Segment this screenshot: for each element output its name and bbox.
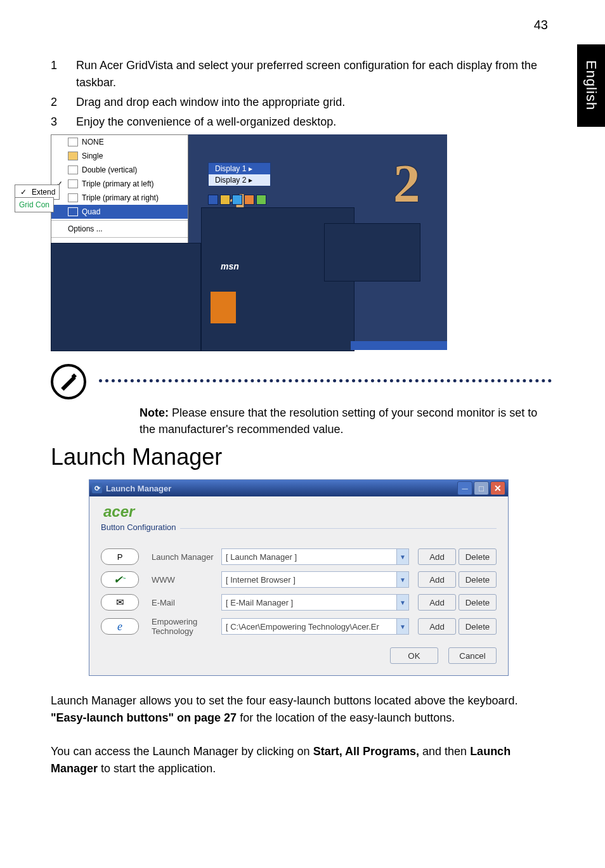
paragraph-1: Launch Manager allows you to set the fou… xyxy=(51,692,552,727)
titlebar: ⟳Launch Manager ─ □ ✕ xyxy=(89,480,508,496)
page-number: 43 xyxy=(534,18,548,32)
footer-bar xyxy=(351,341,447,350)
add-button[interactable]: Add xyxy=(418,548,456,565)
window-title: Launch Manager xyxy=(106,484,171,493)
chevron-down-icon[interactable]: ▼ xyxy=(396,549,408,564)
maximize-button[interactable]: □ xyxy=(474,481,489,495)
row-label: E-Mail xyxy=(152,598,221,607)
close-button[interactable]: ✕ xyxy=(490,481,505,495)
step-number: 3 xyxy=(51,113,76,131)
overlay-number-2: 2 xyxy=(393,152,420,214)
group-label: Button Configuration xyxy=(101,528,497,538)
dotted-divider xyxy=(99,379,552,382)
hw-key-mail: ✉ xyxy=(101,594,139,611)
step-text: Enjoy the convenience of a well-organize… xyxy=(76,113,552,131)
chevron-down-icon[interactable]: ▼ xyxy=(396,572,408,587)
menu-item-none[interactable]: NONE xyxy=(51,135,188,149)
mini-window-1 xyxy=(51,243,201,351)
system-tray xyxy=(208,195,266,205)
chevron-down-icon[interactable]: ▼ xyxy=(396,595,408,610)
steps-list: 1Run Acer GridVista and select your pref… xyxy=(51,57,552,131)
paragraph-2: You can access the Launch Manager by cli… xyxy=(51,743,552,777)
step-number: 1 xyxy=(51,57,76,91)
chevron-down-icon[interactable]: ▼ xyxy=(396,619,408,634)
section-heading: Launch Manager xyxy=(51,444,552,470)
step-text: Drag and drop each window into the appro… xyxy=(76,94,552,111)
msn-label: msn xyxy=(221,261,239,271)
display-1[interactable]: Display 1 ▸ xyxy=(209,163,270,174)
app-icon: ⟳ xyxy=(92,483,102,493)
menu-item-triple-right[interactable]: Triple (primary at right) xyxy=(51,191,188,205)
gridvista-screenshot: NONE Single Double (vertical) ✓Triple (p… xyxy=(51,134,447,350)
row-label: Launch Manager xyxy=(152,552,221,562)
step-number: 2 xyxy=(51,94,76,111)
cancel-button[interactable]: Cancel xyxy=(448,647,497,664)
config-row: e Empowering Technology [ C:\Acer\Empowe… xyxy=(101,617,497,636)
note-text: Note: Please ensure that the resolution … xyxy=(140,405,552,437)
add-button[interactable]: Add xyxy=(418,594,456,611)
delete-button[interactable]: Delete xyxy=(459,594,497,611)
row-label: WWW xyxy=(152,575,221,585)
step-text: Run Acer GridVista and select your prefe… xyxy=(76,57,552,91)
add-button[interactable]: Add xyxy=(418,571,456,588)
menu-item-double[interactable]: Double (vertical) xyxy=(51,163,188,177)
program-select[interactable]: [ C:\Acer\Empowering Technology\Acer.Er▼ xyxy=(221,618,409,635)
language-tab: English xyxy=(577,44,605,127)
delete-button[interactable]: Delete xyxy=(459,548,497,565)
delete-button[interactable]: Delete xyxy=(459,571,497,588)
menu-item-triple-left[interactable]: ✓Triple (primary at left) xyxy=(51,177,188,191)
row-label: Empowering Technology xyxy=(152,617,221,636)
menu-item-options[interactable]: Options ... xyxy=(51,222,188,236)
add-button[interactable]: Add xyxy=(418,618,456,635)
note-icon xyxy=(51,364,86,399)
launch-manager-window: ⟳Launch Manager ─ □ ✕ acer Button Config… xyxy=(89,479,509,676)
delete-button[interactable]: Delete xyxy=(459,618,497,635)
minimize-button[interactable]: ─ xyxy=(457,481,472,495)
config-row: P Launch Manager [ Launch Manager ]▼ Add… xyxy=(101,548,497,565)
menu-item-quad[interactable]: Quad xyxy=(51,205,188,219)
config-row: ✉ E-Mail [ E-Mail Manager ]▼ Add Delete xyxy=(101,594,497,611)
menu-item-single[interactable]: Single xyxy=(51,149,188,163)
config-row: ✔~ WWW [ Internet Browser ]▼ Add Delete xyxy=(101,571,497,588)
program-select[interactable]: [ E-Mail Manager ]▼ xyxy=(221,594,409,611)
program-select[interactable]: [ Internet Browser ]▼ xyxy=(221,571,409,588)
program-select[interactable]: [ Launch Manager ]▼ xyxy=(221,548,409,565)
orange-accent xyxy=(211,292,236,323)
hw-key-www: ✔~ xyxy=(101,571,139,588)
ok-button[interactable]: OK xyxy=(390,647,438,664)
menu-item-gridcon[interactable]: Grid Con xyxy=(15,197,54,212)
hw-key-e: e xyxy=(101,618,139,635)
hw-key-p: P xyxy=(101,548,139,565)
mini-window-3 xyxy=(324,223,420,282)
